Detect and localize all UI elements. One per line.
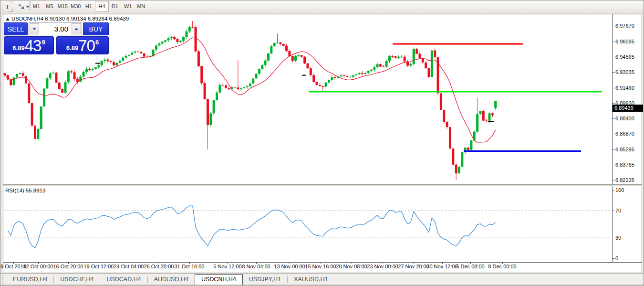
timeframe-button-m30[interactable]: M30: [69, 1, 83, 12]
time-axis-tick: [189, 262, 190, 264]
collapse-arrow-icon[interactable]: [6, 18, 10, 21]
price-axis-label: 6.83765: [615, 162, 634, 168]
price-axis-label: 6.94565: [615, 54, 634, 60]
time-axis-label: 5 Nov 12:00: [213, 264, 241, 269]
time-axis-label: 27 Nov 20:00: [398, 264, 429, 269]
one-click-trade-panel: SELL BUY 6.89 43 9 6.89 70 6: [4, 22, 109, 55]
text-tool-glyph: T: [6, 3, 10, 11]
chart-tab-usdcnh[interactable]: USDCNH,H4: [195, 274, 243, 285]
volume-input[interactable]: [40, 23, 71, 35]
price-axis-tick: [612, 57, 614, 57]
price-axis-label: 6.91460: [615, 85, 634, 91]
chart-tab-xauusd[interactable]: XAUUSD,H1: [288, 275, 334, 285]
time-axis-tick: [99, 262, 99, 264]
buy-price-prefix: 6.89: [66, 44, 78, 52]
buy-price-button[interactable]: 6.89 70 6: [56, 36, 109, 54]
price-axis-tick: [612, 180, 614, 180]
volume-increase-button[interactable]: [72, 23, 81, 34]
time-axis-tick: [38, 262, 39, 264]
chart-tab-usdjpy[interactable]: USDJPY,H1: [243, 275, 287, 285]
time-axis-tick: [256, 262, 257, 264]
pane-divider[interactable]: [3, 184, 642, 186]
price-axis-tick: [612, 165, 614, 165]
rsi-axis-label: 0: [615, 255, 618, 261]
text-label-tool-button[interactable]: T: [2, 1, 13, 12]
timeframe-button-m15[interactable]: M15: [56, 1, 70, 12]
timeframe-button-mn[interactable]: MN: [134, 1, 148, 12]
rsi-axis-tick: [612, 211, 614, 211]
time-axis-label: 12 Oct 00:00: [23, 264, 53, 269]
price-axis-label: 6.85295: [615, 147, 634, 152]
rsi-axis-label: 100: [615, 187, 624, 193]
chart-tab-eurusd[interactable]: EURUSD,H4: [7, 275, 53, 285]
time-axis-tick: [470, 262, 471, 264]
rsi-indicator-canvas[interactable]: [3, 186, 612, 262]
time-axis-label: 8 Dec 00:00: [488, 264, 516, 269]
time-axis-label: 9 Oct 2018: [0, 264, 26, 269]
time-axis-tick: [129, 262, 129, 264]
time-axis-tick: [159, 262, 159, 264]
price-axis-tick: [612, 42, 614, 42]
time-axis-tick: [383, 262, 383, 264]
rsi-axis-tick: [612, 190, 614, 191]
spinner-up-icon: [74, 28, 78, 30]
spinner-down-icon: [32, 28, 36, 30]
tabbar-grip[interactable]: [2, 275, 3, 284]
time-axis-tick: [414, 262, 414, 264]
buy-button-label: BUY: [89, 25, 103, 33]
time-axis-label: 24 Oct 04:00: [114, 264, 144, 269]
volume-stepper: [29, 22, 82, 35]
mt4-window: T M1M5M15M30H1H4D1W1MN USDCNH,H4 6.90130…: [0, 0, 644, 286]
timeframe-button-w1[interactable]: W1: [121, 1, 135, 12]
chart-tabs: EURUSD,H4USDCHF,H4USDCAD,H4AUDUSD,H4USDC…: [7, 274, 334, 285]
sell-price-digits: 43: [25, 38, 42, 53]
volume-decrease-button[interactable]: [30, 23, 39, 34]
time-axis-tick: [442, 262, 443, 264]
time-axis-tick: [13, 262, 14, 264]
timeframe-button-h4[interactable]: H4: [95, 1, 109, 12]
rsi-axis-label: 70: [615, 208, 621, 213]
toolbar: T M1M5M15M30H1H4D1W1MN: [0, 0, 644, 13]
price-axis-tick: [612, 88, 614, 88]
sell-price-button[interactable]: 6.89 43 9: [4, 36, 54, 54]
time-axis-tick: [68, 262, 69, 264]
price-axis-tick: [612, 72, 614, 73]
price-axis-label: 6.82235: [615, 177, 634, 183]
sell-button[interactable]: SELL: [4, 22, 28, 35]
current-price-badge: 6.89439: [613, 105, 643, 112]
time-axis-label: 30 Nov 12:00: [426, 264, 457, 269]
timeframe-button-m1[interactable]: M1: [30, 1, 43, 12]
chart-ohlc-title: USDCNH,H4 6.90130 6.90134 6.89264 6.8943…: [11, 16, 129, 21]
time-axis-label: 13 Nov 00:00: [274, 264, 305, 269]
rsi-axis-label: 30: [615, 235, 621, 241]
buy-button[interactable]: BUY: [83, 22, 109, 35]
time-axis-tick: [502, 262, 503, 264]
time-axis-label: 26 Oct 20:00: [144, 264, 174, 269]
timeframe-button-m5[interactable]: M5: [42, 1, 56, 12]
time-axis-label: 5 Dec 08:00: [456, 264, 484, 269]
time-axis-label: 19 Oct 12:00: [84, 264, 114, 269]
chart-tab-usdchf[interactable]: USDCHF,H4: [54, 275, 100, 285]
time-axis-tick: [352, 262, 352, 264]
sell-price-prefix: 6.89: [12, 44, 24, 52]
arrows-icon: [18, 3, 25, 10]
price-axis-label: 6.97670: [615, 23, 634, 29]
chart-tab-usdcad[interactable]: USDCAD,H4: [100, 275, 147, 285]
rsi-axis-tick: [612, 238, 614, 238]
timeframe-button-d1[interactable]: D1: [108, 1, 122, 12]
time-axis-label: 15 Nov 16:00: [305, 264, 336, 269]
rsi-axis-tick: [612, 258, 614, 259]
price-axis-line: [612, 14, 613, 262]
time-axis-tick: [321, 262, 321, 264]
rsi-line[interactable]: [8, 206, 495, 248]
price-axis-tick: [612, 149, 614, 150]
sell-button-label: SELL: [8, 25, 24, 33]
buy-price-digits: 70: [78, 38, 95, 53]
timeframe-button-h1[interactable]: H1: [82, 1, 96, 12]
rsi-value-label: RSI(14) 55.8813: [5, 188, 45, 193]
price-axis-label: 6.96095: [615, 39, 634, 44]
chart-tab-audusd[interactable]: AUDUSD,H4: [148, 275, 195, 285]
buy-price-pip: 6: [95, 39, 99, 46]
time-axis-label: 16 Oct 20:00: [53, 264, 83, 269]
time-axis-label: 8 Nov 04:00: [242, 264, 270, 269]
